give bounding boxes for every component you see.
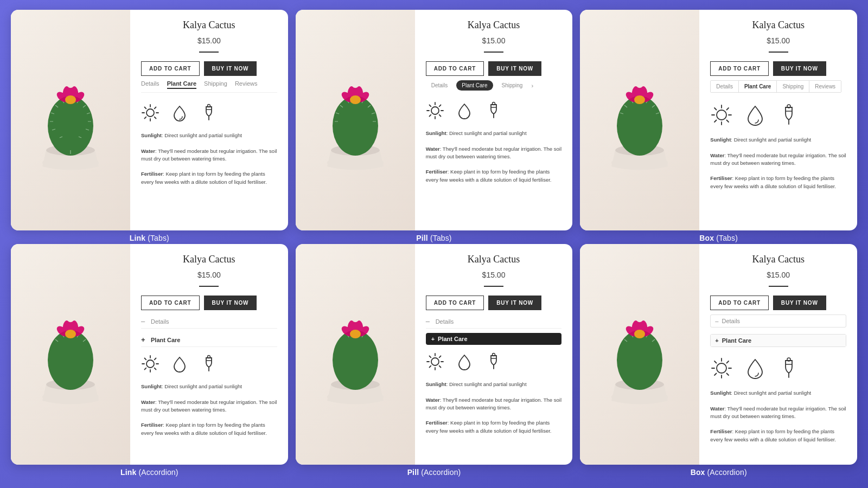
sunlight-text-1: Direct sunlight and partial sunlight bbox=[164, 132, 242, 138]
tab-reviews-3[interactable]: Reviews bbox=[809, 81, 841, 92]
svg-line-92 bbox=[727, 108, 729, 110]
accordion-header-details-5[interactable]: – Details bbox=[426, 317, 562, 325]
buy-it-now-btn-1[interactable]: BUY IT NOW bbox=[204, 61, 257, 76]
svg-point-163 bbox=[717, 363, 726, 373]
bottom-labels-row: Link (Accordion) Pill (Accordion) Box (A… bbox=[11, 465, 857, 478]
water-icon-2 bbox=[455, 101, 474, 120]
add-to-cart-btn-1[interactable]: ADD TO CART bbox=[141, 61, 200, 76]
svg-point-111 bbox=[146, 360, 154, 368]
water-label-1: Water bbox=[141, 148, 155, 154]
box-tabs-3: Details Plant Care Shipping Reviews bbox=[710, 80, 841, 93]
accordion-box-plant-care-6: + Plant Care bbox=[710, 334, 846, 347]
price-divider-3 bbox=[769, 52, 788, 53]
svg-line-144 bbox=[439, 356, 441, 358]
svg-point-84 bbox=[717, 110, 726, 120]
product-title-2: Kalya Cactus bbox=[426, 20, 562, 31]
accordion-plant-care-pill-5[interactable]: + Plant Care bbox=[426, 333, 562, 345]
top-labels-row: Link (Tabs) Pill (Tabs) Box (Tabs) bbox=[11, 230, 857, 244]
tab-details-3[interactable]: Details bbox=[711, 81, 739, 92]
svg-line-143 bbox=[429, 366, 431, 368]
card-link-tabs: Kalya Cactus $15.00 ADD TO CART BUY IT N… bbox=[11, 10, 288, 230]
add-to-cart-btn-5[interactable]: ADD TO CART bbox=[426, 296, 484, 310]
water-text-1: They'll need moderate but regular irriga… bbox=[141, 148, 277, 162]
svg-line-29 bbox=[145, 107, 146, 109]
svg-line-170 bbox=[714, 374, 717, 376]
plus-icon-5: + bbox=[431, 336, 435, 342]
card-5-image bbox=[296, 244, 415, 465]
svg-point-98 bbox=[48, 330, 93, 390]
fertiliser-icon-3 bbox=[777, 104, 800, 126]
sun-icon-1 bbox=[141, 104, 159, 122]
accordion-header-details-4[interactable]: – Details bbox=[141, 317, 277, 325]
icons-row-6 bbox=[710, 357, 846, 380]
accordion-details-5: – Details bbox=[426, 314, 562, 329]
svg-point-69 bbox=[617, 96, 662, 156]
svg-point-110 bbox=[65, 330, 76, 338]
sunlight-label-2: Sunlight bbox=[426, 130, 446, 136]
add-to-cart-btn-6[interactable]: ADD TO CART bbox=[710, 296, 769, 310]
care-text-6: Sunlight: Direct sunlight and partial su… bbox=[710, 389, 846, 444]
add-to-cart-btn-3[interactable]: ADD TO CART bbox=[710, 61, 769, 76]
price-divider-2 bbox=[484, 52, 503, 53]
accordion-label-plant-care-4: Plant Care bbox=[151, 337, 180, 343]
svg-point-23 bbox=[65, 95, 76, 104]
tab-reviews-1[interactable]: Reviews bbox=[235, 80, 258, 89]
buy-it-now-btn-6[interactable]: BUY IT NOW bbox=[773, 296, 826, 310]
buy-it-now-btn-3[interactable]: BUY IT NOW bbox=[773, 61, 826, 76]
product-price-4: $15.00 bbox=[141, 271, 277, 279]
btn-row-3: ADD TO CART BUY IT NOW bbox=[710, 61, 846, 76]
tab-details-1[interactable]: Details bbox=[141, 80, 159, 89]
product-price-2: $15.00 bbox=[426, 36, 562, 45]
accordion-box-details-6: – Details bbox=[710, 314, 846, 328]
svg-line-116 bbox=[145, 358, 146, 360]
svg-line-31 bbox=[145, 117, 146, 119]
water-icon-6 bbox=[744, 357, 767, 380]
svg-line-32 bbox=[155, 107, 156, 109]
label-pill-tabs: Pill (Tabs) bbox=[296, 233, 573, 243]
price-divider-1 bbox=[199, 52, 219, 53]
sunlight-label-1: Sunlight bbox=[141, 132, 162, 138]
accordion-box-header-details-6[interactable]: – Details bbox=[711, 315, 846, 327]
tab-shipping-1[interactable]: Shipping bbox=[204, 80, 227, 89]
card-pill-accordion: Kalya Cactus $15.00 ADD TO CART BUY IT N… bbox=[296, 244, 573, 465]
product-title-3: Kalya Cactus bbox=[710, 20, 846, 31]
product-title-6: Kalya Cactus bbox=[710, 254, 846, 265]
accordion-box-header-plant-care-6[interactable]: + Plant Care bbox=[711, 335, 846, 346]
tab-plant-care-2[interactable]: Plant Care bbox=[456, 80, 493, 91]
label-pill-accordion: Pill (Accordion) bbox=[296, 467, 573, 477]
svg-point-136 bbox=[431, 358, 439, 365]
btn-row-2: ADD TO CART BUY IT NOW bbox=[426, 61, 562, 76]
icons-row-2 bbox=[426, 101, 562, 120]
product-price-3: $15.00 bbox=[710, 36, 846, 45]
buy-it-now-btn-2[interactable]: BUY IT NOW bbox=[488, 61, 541, 76]
buy-it-now-btn-4[interactable]: BUY IT NOW bbox=[204, 296, 257, 310]
svg-line-142 bbox=[439, 366, 441, 368]
tab-details-2[interactable]: Details bbox=[426, 80, 454, 91]
card-2-image bbox=[296, 10, 415, 230]
card-3-content: Kalya Cactus $15.00 ADD TO CART BUY IT N… bbox=[699, 10, 857, 230]
water-icon-3 bbox=[744, 104, 767, 126]
svg-line-119 bbox=[155, 358, 156, 360]
svg-point-135 bbox=[350, 330, 361, 338]
svg-line-62 bbox=[429, 115, 431, 117]
tab-shipping-3[interactable]: Shipping bbox=[777, 81, 809, 92]
plus-box-icon-6: + bbox=[715, 337, 718, 344]
svg-point-38 bbox=[333, 96, 378, 156]
icons-row-3 bbox=[710, 104, 846, 126]
tab-shipping-2[interactable]: Shipping bbox=[496, 80, 528, 91]
svg-point-150 bbox=[617, 330, 662, 390]
add-to-cart-btn-4[interactable]: ADD TO CART bbox=[141, 296, 200, 310]
tab-plant-care-3[interactable]: Plant Care bbox=[739, 81, 777, 92]
buy-it-now-btn-5[interactable]: BUY IT NOW bbox=[488, 296, 541, 310]
fertiliser-label-3: Fertiliser bbox=[710, 175, 732, 181]
label-link-accordion: Link (Accordion) bbox=[11, 467, 288, 477]
add-to-cart-btn-2[interactable]: ADD TO CART bbox=[426, 61, 484, 76]
care-text-1: Sunlight: Direct sunlight and partial su… bbox=[141, 132, 277, 186]
card-5-content: Kalya Cactus $15.00 ADD TO CART BUY IT N… bbox=[415, 244, 573, 465]
sun-icon-5 bbox=[426, 352, 444, 371]
accordion-details-4: – Details bbox=[141, 314, 277, 329]
accordion-header-plant-care-4[interactable]: + Plant Care bbox=[141, 336, 277, 344]
care-text-5: Sunlight: Direct sunlight and partial su… bbox=[426, 381, 562, 435]
tab-plant-care-1[interactable]: Plant Care bbox=[167, 80, 196, 89]
tab-more-2[interactable]: › bbox=[531, 82, 533, 89]
